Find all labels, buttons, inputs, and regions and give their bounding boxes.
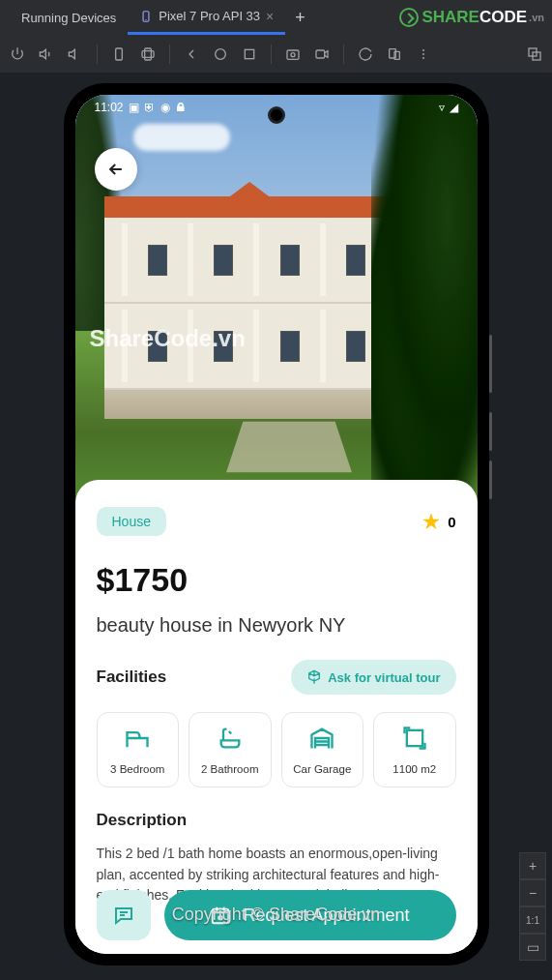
svg-rect-3 (116, 48, 123, 60)
volume-down-icon[interactable] (68, 46, 83, 62)
inspect-icon[interactable] (527, 46, 542, 62)
status-time: 11:02 (95, 101, 124, 114)
add-tab-button[interactable]: + (295, 8, 305, 28)
close-tab-icon[interactable]: × (266, 9, 274, 24)
facility-bedroom[interactable]: 3 Bedroom (97, 712, 180, 787)
zoom-in-button[interactable]: + (519, 852, 546, 879)
status-icon: ▣ (129, 101, 139, 114)
tab-label: Pixel 7 Pro API 33 (159, 9, 260, 23)
devices-icon[interactable] (387, 46, 402, 62)
shield-icon: ⛨ (144, 101, 156, 114)
record-icon[interactable] (314, 46, 330, 62)
sharecode-logo: SHARECODE.vn (399, 8, 544, 27)
garage-icon (308, 725, 335, 752)
signal-icon: ◢ (450, 101, 458, 114)
cube-icon (306, 669, 322, 685)
watermark-text: ShareCode.vn (90, 325, 246, 352)
svg-point-9 (291, 52, 295, 56)
device-screen: 11:02 ▣ ⛨ ◉ 🔒︎ ▿ ◢ ShareCode.vn (75, 95, 478, 954)
svg-point-20 (219, 916, 223, 920)
back-button[interactable] (95, 148, 137, 191)
home-icon[interactable] (213, 46, 228, 62)
wifi-icon: ▿ (439, 101, 445, 114)
chat-button[interactable] (97, 890, 151, 940)
category-pill[interactable]: House (97, 507, 166, 536)
back-icon[interactable] (184, 46, 199, 62)
area-icon (401, 725, 428, 752)
listing-title: beauty house in Newyork NY (97, 614, 456, 637)
rotate-right-icon[interactable] (140, 46, 156, 62)
svg-rect-5 (142, 50, 154, 57)
power-icon[interactable] (10, 46, 25, 62)
bed-icon (124, 725, 151, 752)
refresh-icon[interactable] (358, 46, 373, 62)
dot-icon: ◉ (160, 101, 170, 114)
arrow-left-icon (106, 160, 126, 179)
svg-point-15 (422, 57, 424, 59)
property-hero-image: 11:02 ▣ ⛨ ◉ 🔒︎ ▿ ◢ ShareCode.vn (75, 95, 478, 501)
svg-rect-7 (245, 49, 253, 58)
star-icon: ★ (422, 510, 440, 533)
facility-garage[interactable]: Car Garage (281, 712, 364, 787)
zoom-out-button[interactable]: − (519, 879, 546, 906)
facility-area[interactable]: 1100 m2 (373, 712, 456, 787)
svg-point-6 (216, 48, 226, 59)
phone-icon (139, 10, 153, 23)
more-icon[interactable] (416, 46, 431, 62)
zoom-fit-button[interactable]: ▭ (519, 934, 546, 961)
screenshot-icon[interactable] (285, 46, 301, 62)
zoom-controls: + − 1:1 ▭ (519, 852, 546, 961)
svg-point-14 (422, 53, 424, 55)
rotate-left-icon[interactable] (111, 46, 127, 62)
svg-point-13 (422, 49, 424, 51)
content-sheet: House ★ 0 $1750 beauty house in Newyork … (75, 480, 478, 954)
bath-icon (217, 725, 244, 752)
svg-rect-8 (287, 50, 299, 59)
price: $1750 (97, 561, 456, 599)
volume-up-icon[interactable] (39, 46, 54, 62)
running-devices-panel[interactable]: Running Devices (10, 3, 128, 33)
device-frame: 11:02 ▣ ⛨ ◉ 🔒︎ ▿ ◢ ShareCode.vn (64, 83, 489, 965)
calendar-icon (210, 905, 231, 926)
request-appointment-button[interactable]: Request Appointment (164, 890, 456, 940)
rating: ★ 0 (422, 510, 455, 533)
virtual-tour-button[interactable]: Ask for virtual tour (291, 660, 455, 695)
svg-rect-4 (145, 48, 152, 60)
overview-icon[interactable] (242, 46, 257, 62)
rating-value: 0 (448, 514, 455, 530)
facility-bathroom[interactable]: 2 Bathroom (189, 712, 272, 787)
description-heading: Description (97, 811, 456, 830)
svg-rect-10 (316, 50, 325, 58)
chat-icon (112, 904, 135, 927)
svg-rect-18 (407, 730, 422, 746)
lock-icon: 🔒︎ (175, 101, 187, 114)
device-tab[interactable]: Pixel 7 Pro API 33 × (128, 1, 285, 35)
zoom-ratio-button[interactable]: 1:1 (519, 906, 546, 934)
facilities-heading: Facilities (97, 668, 167, 687)
camera-punch-hole (268, 106, 285, 124)
